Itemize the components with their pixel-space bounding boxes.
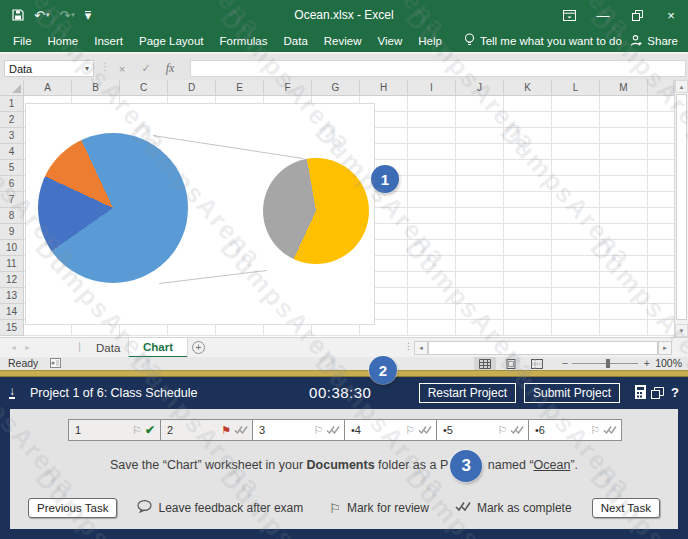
zoom-in-icon[interactable]: + <box>644 357 650 369</box>
scroll-left-icon[interactable]: ◄ <box>414 341 428 355</box>
column-header-F[interactable]: F <box>264 80 312 96</box>
scrollbar-resize-handle[interactable]: ⋮ <box>404 341 413 351</box>
ribbon-tab-home[interactable]: Home <box>40 32 87 50</box>
row-header-10[interactable]: 10 <box>0 240 24 256</box>
column-header-B[interactable]: B <box>72 80 120 96</box>
sheet-tab-data[interactable]: Data <box>82 338 134 358</box>
row-header-9[interactable]: 9 <box>0 224 24 240</box>
formula-input[interactable] <box>190 60 686 77</box>
vertical-scroll-thumb[interactable] <box>676 94 687 320</box>
task-cell-6[interactable]: •6⚐ <box>529 420 621 440</box>
scroll-down-icon[interactable]: ▼ <box>675 324 688 337</box>
ribbon-tab-insert[interactable]: Insert <box>86 32 131 50</box>
ribbon-tab-view[interactable]: View <box>370 32 411 50</box>
double-check-icon[interactable] <box>603 425 617 435</box>
row-header-5[interactable]: 5 <box>0 160 24 176</box>
flag-outline-icon[interactable]: ⚐ <box>405 424 415 437</box>
flag-filled-icon[interactable]: ⚑ <box>221 424 231 437</box>
minimize-button[interactable]: — <box>586 0 620 30</box>
close-button[interactable]: × <box>654 0 688 30</box>
column-header-C[interactable]: C <box>120 80 168 96</box>
ribbon-tab-file[interactable]: File <box>0 32 40 50</box>
zoom-out-icon[interactable]: − <box>562 357 568 369</box>
name-box[interactable]: Data ▾ <box>4 60 94 77</box>
name-box-dropdown-icon[interactable]: ▾ <box>85 64 89 73</box>
next-task-button[interactable]: Next Task <box>592 498 660 518</box>
collapse-panel-icon[interactable]: ↓ <box>9 385 15 399</box>
row-header-2[interactable]: 2 <box>0 112 24 128</box>
mark-as-complete-action[interactable]: Mark as complete <box>455 501 572 515</box>
task-cell-1[interactable]: 1⚐✔ <box>69 420 161 440</box>
flag-outline-icon[interactable]: ⚐ <box>497 424 507 437</box>
column-header-partial[interactable] <box>648 80 674 96</box>
cancel-icon[interactable]: × <box>112 60 132 77</box>
row-header-12[interactable]: 12 <box>0 272 24 288</box>
row-header-11[interactable]: 11 <box>0 256 24 272</box>
double-check-icon[interactable] <box>418 425 432 435</box>
column-header-D[interactable]: D <box>168 80 216 96</box>
new-sheet-icon[interactable]: + <box>192 341 205 354</box>
leave-feedback-action[interactable]: Leave feedback after exam <box>137 500 303 516</box>
zoom-slider-track[interactable] <box>572 363 638 364</box>
pie-of-pie-chart[interactable] <box>25 103 375 325</box>
insert-function-icon[interactable]: fx <box>160 60 180 77</box>
column-header-A[interactable]: A <box>24 80 72 96</box>
column-header-I[interactable]: I <box>408 80 456 96</box>
secondary-pie[interactable] <box>263 158 369 264</box>
task-cell-3[interactable]: 3⚐ <box>253 420 345 440</box>
page-layout-view-icon[interactable] <box>500 357 522 370</box>
mark-for-review-action[interactable]: ⚐ Mark for review <box>329 501 429 516</box>
row-header-4[interactable]: 4 <box>0 144 24 160</box>
tab-nav-left-icon[interactable]: ◄ <box>10 344 17 351</box>
row-header-7[interactable]: 7 <box>0 192 24 208</box>
column-header-K[interactable]: K <box>504 80 552 96</box>
ribbon-tab-formulas[interactable]: Formulas <box>212 32 276 50</box>
instruction-link[interactable]: Ocean <box>534 458 571 472</box>
horizontal-scroll-track[interactable] <box>428 341 658 355</box>
row-header-6[interactable]: 6 <box>0 176 24 192</box>
enter-icon[interactable]: ✓ <box>136 60 156 77</box>
share-button[interactable]: Share <box>630 34 678 49</box>
row-header-1[interactable]: 1 <box>0 96 24 112</box>
ribbon-tab-data[interactable]: Data <box>276 32 316 50</box>
page-break-preview-icon[interactable] <box>526 357 548 370</box>
double-check-icon[interactable] <box>234 425 248 435</box>
tell-me-box[interactable]: Tell me what you want to do <box>464 33 622 49</box>
help-icon[interactable]: ? <box>671 385 679 400</box>
ribbon-display-options-icon[interactable] <box>552 0 586 30</box>
row-header-14[interactable]: 14 <box>0 304 24 320</box>
previous-task-button[interactable]: Previous Task <box>28 498 117 518</box>
submit-project-button[interactable]: Submit Project <box>524 383 620 403</box>
select-all-button[interactable] <box>0 80 24 96</box>
restore-button[interactable] <box>620 0 654 30</box>
column-header-H[interactable]: H <box>360 80 408 96</box>
ribbon-tab-review[interactable]: Review <box>316 32 370 50</box>
row-header-13[interactable]: 13 <box>0 288 24 304</box>
calculator-icon[interactable] <box>635 385 646 403</box>
task-cell-2[interactable]: 2⚑ <box>161 420 253 440</box>
macro-record-icon[interactable] <box>50 358 61 370</box>
check-complete-icon[interactable]: ✔ <box>145 423 155 437</box>
column-header-G[interactable]: G <box>312 80 360 96</box>
flag-outline-icon[interactable]: ⚐ <box>590 424 600 437</box>
main-pie[interactable] <box>38 133 188 283</box>
row-header-8[interactable]: 8 <box>0 208 24 224</box>
double-check-icon[interactable] <box>326 425 340 435</box>
vertical-scrollbar[interactable]: ▲ ▼ <box>674 80 688 337</box>
double-check-icon[interactable] <box>510 425 524 435</box>
tab-nav-right-icon[interactable]: ► <box>24 344 31 351</box>
flag-outline-icon[interactable]: ⚐ <box>132 424 142 437</box>
zoom-slider-thumb[interactable] <box>606 359 610 368</box>
row-header-3[interactable]: 3 <box>0 128 24 144</box>
scroll-right-icon[interactable]: ► <box>658 341 672 355</box>
sheet-tab-chart[interactable]: Chart <box>128 338 188 358</box>
task-cell-4[interactable]: •4⚐ <box>345 420 437 440</box>
row-header-15[interactable]: 15 <box>0 320 24 336</box>
task-cell-5[interactable]: •5⚐ <box>437 420 529 440</box>
column-header-M[interactable]: M <box>600 80 648 96</box>
window-layout-icon[interactable] <box>651 385 664 403</box>
column-header-E[interactable]: E <box>216 80 264 96</box>
restart-project-button[interactable]: Restart Project <box>419 383 516 403</box>
normal-view-icon[interactable] <box>474 357 496 370</box>
flag-outline-icon[interactable]: ⚐ <box>313 424 323 437</box>
